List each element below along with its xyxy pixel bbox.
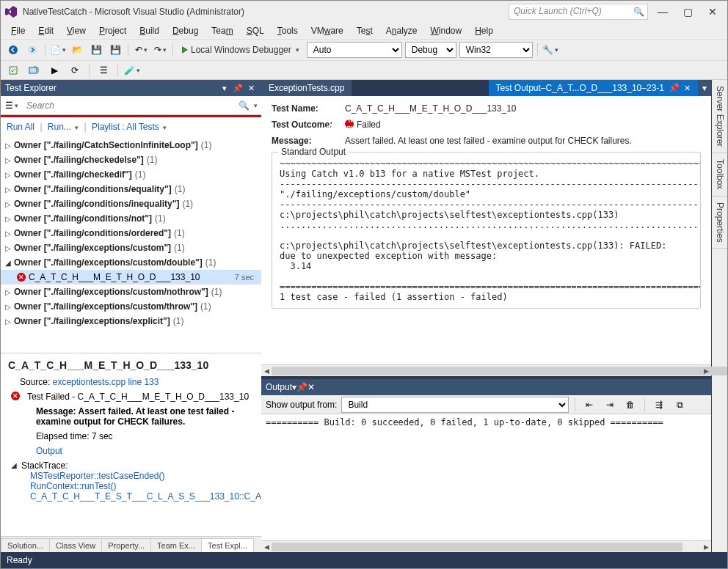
scroll-thumb[interactable]: [272, 543, 682, 551]
menu-analyze[interactable]: Analyze: [380, 24, 423, 37]
group-by-button[interactable]: ☰▾: [4, 98, 20, 114]
tab-toolbox[interactable]: Toolbox: [712, 153, 727, 196]
tree-test-item[interactable]: ✕C_A_T_C_H___M_E_T_H_O_D___133_107 sec: [1, 270, 261, 284]
redo-button[interactable]: ↷▾: [152, 42, 168, 58]
tree-group[interactable]: ▷Owner ["./failing/checkedelse"](1): [1, 153, 261, 167]
undo-button[interactable]: ↶▾: [133, 42, 149, 58]
scroll-left-icon[interactable]: ◀: [261, 365, 272, 377]
platform-combo[interactable]: Auto: [307, 42, 402, 58]
pin-icon[interactable]: 📌: [296, 382, 307, 392]
menu-vmware[interactable]: VMware: [305, 24, 349, 37]
config-combo[interactable]: Debug: [405, 42, 456, 58]
close-button[interactable]: ✕: [702, 4, 723, 20]
scroll-left-icon[interactable]: ◀: [261, 541, 272, 553]
toggle-wrap-button[interactable]: ⇶: [651, 397, 667, 413]
tree-group[interactable]: ▷Owner ["./failing/exceptions/explicit"]…: [1, 314, 261, 328]
tab-testoutput[interactable]: Test Output–C_A_T...O_D___133_10–23-1 📌 …: [489, 80, 699, 96]
tree-group[interactable]: ▷Owner ["./failing/checkedif"](1): [1, 167, 261, 182]
menu-file[interactable]: File: [5, 24, 31, 37]
scroll-thumb[interactable]: [272, 367, 728, 375]
goto-next-button[interactable]: ⇥: [602, 397, 618, 413]
expander-icon[interactable]: ▷: [4, 170, 12, 179]
nav-fwd-button[interactable]: [24, 42, 40, 58]
start-debug-button[interactable]: Local Windows Debugger ▾: [178, 42, 304, 58]
expander-icon[interactable]: ▷: [4, 185, 12, 194]
menu-view[interactable]: View: [61, 24, 92, 37]
open-file-button[interactable]: 📂: [69, 42, 85, 58]
expander-icon[interactable]: ▷: [4, 243, 12, 252]
menu-sql[interactable]: SQL: [241, 24, 270, 37]
tab-close-icon[interactable]: ✕: [684, 84, 691, 93]
repeat-tests-button[interactable]: ⟳: [67, 62, 83, 78]
run-link[interactable]: Run... ▾: [48, 122, 79, 132]
quick-launch-input[interactable]: Quick Launch (Ctrl+Q) 🔍: [509, 4, 648, 20]
stack-frame-link[interactable]: MSTestReporter::testCaseEnded(): [30, 471, 164, 481]
tree-group[interactable]: ▷Owner ["./failing/conditions/not"](1): [1, 211, 261, 226]
panel-close-icon[interactable]: ✕: [245, 82, 257, 94]
run-all-link[interactable]: Run All: [7, 122, 34, 132]
tab-property[interactable]: Property...: [101, 538, 151, 552]
output-link[interactable]: Output: [36, 446, 62, 456]
stack-frame-link[interactable]: C_A_T_C_H___T_E_S_T___C_L_A_S_S___133_10…: [30, 491, 261, 502]
menu-window[interactable]: Window: [424, 24, 467, 37]
stacktrace-expander[interactable]: ◢: [11, 460, 17, 469]
stack-frame-link[interactable]: RunContext::runTest(): [30, 481, 116, 491]
tabs-dropdown[interactable]: ▾: [698, 80, 711, 96]
menu-test[interactable]: Test: [351, 24, 379, 37]
toolbar-extra-button[interactable]: 🔧▾: [542, 42, 558, 58]
panel-dropdown-icon[interactable]: ▾: [219, 82, 230, 94]
tree-group[interactable]: ◢Owner ["./failing/exceptions/custom/dou…: [1, 255, 261, 270]
expander-icon[interactable]: ▷: [4, 141, 12, 150]
nav-back-button[interactable]: [5, 42, 21, 58]
expander-icon[interactable]: ◢: [4, 258, 12, 267]
expander-icon[interactable]: ▷: [4, 155, 12, 164]
tab-teamexplorer[interactable]: Team Ex...: [150, 538, 202, 552]
arch-combo[interactable]: Win32: [459, 42, 533, 58]
expander-icon[interactable]: ▷: [4, 214, 12, 223]
menu-debug[interactable]: Debug: [167, 24, 204, 37]
menu-tools[interactable]: Tools: [272, 24, 304, 37]
playlist-link[interactable]: Playlist : All Tests ▾: [92, 122, 167, 132]
new-project-button[interactable]: 📄▾: [50, 42, 66, 58]
tree-group[interactable]: ▷Owner ["./failing/conditions/equality"]…: [1, 182, 261, 197]
tab-solution[interactable]: Solution...: [1, 538, 50, 552]
pin-icon[interactable]: 📌: [669, 83, 680, 93]
test-settings-button[interactable]: 🧪▾: [124, 62, 140, 78]
menu-edit[interactable]: Edit: [32, 24, 59, 37]
maximize-button[interactable]: ▢: [677, 4, 698, 20]
expander-icon[interactable]: ▷: [4, 287, 12, 296]
menu-help[interactable]: Help: [469, 24, 499, 37]
test-list-button[interactable]: ☰: [95, 62, 112, 78]
run-tests-button[interactable]: [5, 62, 21, 78]
save-button[interactable]: 💾: [88, 42, 104, 58]
show-from-combo[interactable]: Build: [341, 397, 569, 413]
source-link[interactable]: exceptiontests.cpp line 133: [53, 377, 159, 387]
tree-group[interactable]: ▷Owner ["./failing/exceptions/custom/thr…: [1, 299, 261, 314]
panel-close-icon[interactable]: ✕: [307, 382, 315, 392]
save-all-button[interactable]: 💾: [107, 42, 123, 58]
goto-prev-button[interactable]: ⇤: [581, 397, 597, 413]
test-tree[interactable]: ▷Owner ["./failing/CatchSectionInfiniteL…: [1, 136, 261, 353]
tree-group[interactable]: ▷Owner ["./failing/conditions/ordered"](…: [1, 226, 261, 241]
run-all-tests-button[interactable]: [26, 62, 42, 78]
test-search-input[interactable]: [23, 98, 236, 113]
output-body[interactable]: ========== Build: 0 succeeded, 0 failed,…: [261, 414, 711, 540]
pin-icon[interactable]: 📌: [232, 82, 244, 94]
tab-properties[interactable]: Properties: [712, 197, 727, 249]
search-dropdown-icon[interactable]: ▾: [254, 102, 258, 109]
scroll-right-icon[interactable]: ▶: [701, 365, 711, 377]
minimize-button[interactable]: —: [652, 4, 673, 20]
tab-exceptiontests[interactable]: ExceptionTests.cpp: [261, 80, 352, 96]
tree-group[interactable]: ▷Owner ["./failing/conditions/inequality…: [1, 197, 261, 211]
clear-output-button[interactable]: 🗑: [622, 397, 638, 413]
tab-testexplorer[interactable]: Test Expl...: [201, 538, 254, 552]
scroll-right-icon[interactable]: ▶: [701, 541, 711, 553]
tree-group[interactable]: ▷Owner ["./failing/CatchSectionInfiniteL…: [1, 138, 261, 153]
tab-server-explorer[interactable]: Server Explorer: [712, 80, 727, 153]
menu-team[interactable]: Team: [205, 24, 239, 37]
expander-icon[interactable]: ▷: [4, 317, 12, 326]
output-hscrollbar[interactable]: ◀ ▶: [261, 540, 711, 552]
expander-icon[interactable]: ▷: [4, 199, 12, 208]
expander-icon[interactable]: ▷: [4, 229, 12, 238]
search-icon[interactable]: 🔍: [236, 100, 252, 111]
